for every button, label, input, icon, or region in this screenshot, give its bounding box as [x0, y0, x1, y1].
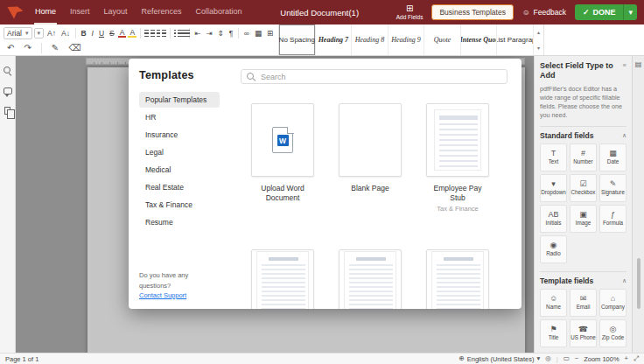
style-list-paragraph[interactable]: List Paragrap: [497, 24, 534, 55]
redo-icon[interactable]: ↷: [22, 44, 32, 52]
font-size-caret-icon: ▾: [38, 30, 41, 37]
indent-icon[interactable]: ⇥: [205, 30, 214, 38]
style-intense-quote[interactable]: Intense Quot: [461, 24, 498, 55]
field-email-button[interactable]: ✉Email: [570, 289, 597, 317]
text-color-button[interactable]: A: [118, 29, 127, 38]
gallery-scroll-up-icon[interactable]: ▴: [534, 24, 543, 40]
zoom-out-button[interactable]: −: [575, 355, 578, 362]
align-justify-icon[interactable]: [162, 30, 166, 37]
underline-button[interactable]: U: [97, 30, 106, 38]
template-cards-row: W Upload Word Document Blank Page: [241, 103, 508, 213]
template-fields-header[interactable]: Template fields ∧: [540, 271, 626, 285]
field-radio-button[interactable]: ◉Radio: [540, 235, 567, 263]
employee-pay-stub-card[interactable]: Employee Pay Stub Tax & Finance: [426, 103, 489, 213]
business-templates-button[interactable]: Business Templates: [431, 4, 513, 20]
language-selector[interactable]: ⊕ English (United States) ▾: [458, 355, 540, 363]
panel-collapse-icon[interactable]: «: [623, 61, 626, 69]
field-dropdown-button[interactable]: ▾Dropdown: [540, 174, 567, 202]
highlight-button[interactable]: A: [128, 29, 136, 38]
search-icon[interactable]: [4, 66, 12, 75]
field-text-button[interactable]: TText: [540, 144, 567, 172]
style-heading-9[interactable]: Heading 9: [388, 24, 425, 55]
align-left-icon[interactable]: [144, 30, 149, 37]
bold-button[interactable]: B: [79, 30, 88, 38]
style-gallery-scroll: ▴ ▾: [534, 24, 544, 55]
font-size-select[interactable]: ▾: [34, 28, 45, 38]
template-card-partial[interactable]: [339, 249, 402, 309]
field-company-button[interactable]: ⌂Company: [599, 289, 626, 317]
bullet-list-icon[interactable]: [174, 30, 178, 37]
insert-table-icon[interactable]: ⊞: [265, 30, 275, 38]
template-search-input[interactable]: [261, 73, 501, 81]
nav-medical[interactable]: Medical: [139, 162, 220, 178]
comments-icon[interactable]: [4, 88, 12, 94]
italic-button[interactable]: I: [90, 30, 95, 38]
align-right-icon[interactable]: [157, 30, 161, 37]
nav-insurance[interactable]: Insurance: [139, 127, 220, 143]
insert-link-icon[interactable]: ∞: [242, 30, 251, 38]
tab-collaboration[interactable]: Collaboration: [195, 0, 243, 24]
style-gallery: No Spacing Heading 7 Heading 8 Heading 9…: [278, 24, 534, 55]
numbered-list-icon[interactable]: [180, 30, 185, 37]
zoom-level: Zoom 100%: [584, 355, 619, 363]
field-title-button[interactable]: ⚑Title: [540, 319, 567, 347]
field-date-button[interactable]: ▦Date: [599, 144, 626, 172]
nav-hr[interactable]: HR: [139, 109, 220, 125]
field-image-button[interactable]: ▣Image: [570, 205, 597, 233]
strikethrough-button[interactable]: S: [108, 30, 116, 38]
feedback-button[interactable]: ☺ Feedback: [522, 8, 566, 17]
style-heading-7[interactable]: Heading 7: [316, 24, 353, 55]
tab-home[interactable]: Home: [34, 0, 57, 24]
format-painter-icon[interactable]: ✎: [50, 44, 60, 52]
outdent-icon[interactable]: ⇤: [192, 30, 202, 38]
undo-icon[interactable]: ↶: [5, 44, 16, 52]
panel-scrollbar[interactable]: [637, 258, 640, 309]
gallery-scroll-down-icon[interactable]: ▾: [534, 40, 543, 56]
blank-page-card[interactable]: Blank Page: [339, 103, 402, 213]
field-signature-button[interactable]: ✎Signature: [599, 174, 626, 202]
done-button[interactable]: ✓ DONE ▾: [575, 4, 637, 20]
template-card-partial[interactable]: [251, 249, 314, 309]
template-search-box[interactable]: [241, 69, 508, 84]
zoom-in-button[interactable]: +: [625, 355, 628, 362]
tab-layout[interactable]: Layout: [103, 0, 129, 24]
field-initials-button[interactable]: ABInitials: [540, 205, 567, 233]
fields-panel-tab-icon[interactable]: ▤: [635, 61, 642, 68]
tab-insert[interactable]: Insert: [69, 0, 91, 24]
style-no-spacing[interactable]: No Spacing: [279, 24, 316, 55]
nav-tax-finance[interactable]: Tax & Finance: [139, 197, 220, 213]
field-us-phone-button[interactable]: ☎US Phone: [570, 319, 597, 347]
tab-references[interactable]: References: [141, 0, 183, 24]
upload-word-document-card[interactable]: W Upload Word Document: [251, 103, 314, 213]
clear-formatting-icon[interactable]: ⌫: [66, 44, 82, 52]
style-quote[interactable]: Quote: [424, 24, 461, 55]
field-number-button[interactable]: #Number: [570, 144, 597, 172]
insert-image-icon[interactable]: ▦: [253, 30, 263, 38]
pages-panel-icon[interactable]: [4, 107, 10, 115]
increase-font-icon[interactable]: A↑: [46, 30, 58, 38]
paragraph-marks-icon[interactable]: ¶: [228, 30, 235, 38]
nav-popular-templates[interactable]: Popular Templates: [139, 92, 220, 108]
field-formula-button[interactable]: ƒFormula: [599, 205, 626, 233]
template-card-partial[interactable]: [426, 249, 489, 309]
add-fields-button[interactable]: ⊞ Add Fields: [396, 4, 424, 20]
field-checkbox-button[interactable]: ☑Checkbox: [570, 174, 597, 202]
font-family-select[interactable]: Arial ▾: [4, 27, 32, 39]
field-name-button[interactable]: ☺Name: [540, 289, 567, 317]
modal-overlay[interactable]: ✕ Templates Popular Templates HR Insuran…: [16, 56, 534, 353]
fit-page-icon[interactable]: ▭: [564, 355, 570, 362]
contact-support-link[interactable]: Contact Support: [139, 291, 186, 299]
nav-resume[interactable]: Resume: [139, 214, 220, 230]
line-spacing-icon[interactable]: ⇕: [216, 30, 226, 38]
nav-legal[interactable]: Legal: [139, 144, 220, 160]
decrease-font-icon[interactable]: A↓: [60, 30, 72, 38]
field-zip-code-button[interactable]: ◎Zip Code: [599, 319, 626, 347]
standard-fields-header[interactable]: Standard fields ∧: [540, 126, 626, 140]
nav-real-estate[interactable]: Real Estate: [139, 179, 220, 195]
fullscreen-button[interactable]: ⤢: [634, 355, 639, 362]
done-caret-icon[interactable]: ▾: [623, 4, 637, 20]
formatting-toolbar: Arial ▾ ▾ A↑ A↓ B I U S A A: [0, 24, 644, 56]
align-center-icon[interactable]: [150, 30, 155, 37]
style-heading-8[interactable]: Heading 8: [352, 24, 388, 55]
view-mode-icon[interactable]: ◎: [545, 355, 551, 362]
